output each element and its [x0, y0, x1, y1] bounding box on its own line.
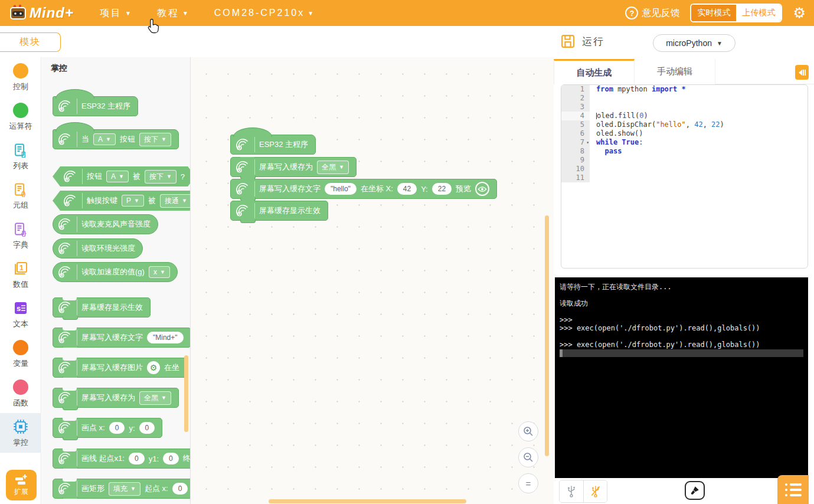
palette-block[interactable]: 屏幕缓存显示生效: [53, 297, 151, 318]
block-value-input[interactable]: 22: [432, 183, 452, 195]
code-token: oled.show(): [596, 129, 643, 138]
block-label: y:: [129, 424, 135, 433]
preview-eye-icon[interactable]: [475, 182, 489, 196]
canvas-vertical-scrollbar[interactable]: [545, 215, 549, 456]
palette-block[interactable]: 按钮A▼被按下▼?: [53, 166, 191, 186]
sidebar-item-control[interactable]: 控制: [0, 57, 41, 97]
block-dropdown[interactable]: 全黑▼: [317, 161, 349, 174]
sidebar-item-tuples[interactable]: ()元组: [0, 176, 41, 215]
palette-block[interactable]: ESP32 主程序: [53, 96, 138, 116]
file-system-menu-button[interactable]: [777, 475, 809, 504]
code-content: from mpython import *: [590, 85, 686, 94]
sidebar-item-board[interactable]: 掌控: [0, 413, 41, 453]
terminal-line: >>> exec(open('./dfrobot.py').read(),glo…: [560, 341, 803, 349]
feedback-button[interactable]: ? 意见反馈: [625, 6, 679, 19]
lists-category-icon: []: [12, 142, 29, 158]
palette-block[interactable]: 画矩形填充▼起点 x:0: [53, 479, 191, 499]
block-value-input[interactable]: 42: [397, 183, 417, 195]
line-number: 8: [561, 147, 590, 156]
mindplus-logo[interactable]: Mind+: [8, 4, 74, 22]
code-token: ,: [703, 120, 711, 129]
block-dropdown[interactable]: 按下▼: [145, 170, 176, 184]
terminal-output[interactable]: 请等待一下，正在读取文件目录... 读取成功 >>>>>> exec(open(…: [555, 277, 808, 478]
palette-block[interactable]: 读取环境光强度: [53, 238, 143, 258]
block-value-input[interactable]: 0: [139, 422, 155, 434]
palette-scrollbar[interactable]: [184, 355, 188, 432]
collapse-panel-button[interactable]: [795, 65, 809, 80]
sidebar-item-text[interactable]: s文本: [0, 294, 41, 334]
chevron-down-icon: ▼: [125, 10, 131, 17]
block-label: 被: [133, 171, 140, 182]
menu-label-project: 项目: [100, 7, 122, 19]
gear-icon[interactable]: ⚙: [147, 361, 160, 374]
sidebar-item-number[interactable]: 1数值: [0, 255, 41, 294]
fold-caret-icon[interactable]: ▾: [586, 138, 589, 147]
mpython-hand-icon: [58, 132, 77, 147]
category-label-board: 掌控: [13, 437, 28, 448]
menu-serial-port[interactable]: COM28-CP210x▼: [214, 7, 313, 19]
code-line: 8 pass: [561, 147, 808, 156]
block-dropdown[interactable]: 按下▼: [139, 133, 171, 146]
settings-gear-icon[interactable]: ⚙: [793, 6, 806, 20]
block-value-input[interactable]: 0: [172, 483, 188, 495]
palette-block[interactable]: 触摸按键P▼被接通▼: [53, 191, 191, 211]
menu-project[interactable]: 项目▼: [100, 7, 131, 19]
sidebar-item-lists[interactable]: []列表: [0, 136, 41, 176]
tab-modules[interactable]: 模块: [0, 32, 61, 52]
block-value-input[interactable]: 0: [129, 453, 145, 464]
block-dropdown[interactable]: P▼: [122, 195, 144, 207]
upload-mode-button[interactable]: 上传模式: [736, 5, 781, 21]
block-value-input[interactable]: "hello": [325, 183, 357, 195]
block-dropdown[interactable]: 全黑▼: [139, 391, 171, 405]
palette-block[interactable]: 屏幕写入缓存图片⚙在坐: [53, 358, 187, 378]
palette-block[interactable]: 屏幕写入缓存文字"Mind+": [53, 328, 191, 348]
script-block[interactable]: 屏幕写入缓存文字"hello"在坐标 X:42Y:22预览: [230, 179, 497, 199]
language-select[interactable]: microPython ▼: [653, 34, 735, 52]
palette-block[interactable]: 画线 起点x1:0y1:0终: [53, 449, 191, 469]
block-dropdown[interactable]: A▼: [106, 171, 129, 182]
extensions-button[interactable]: 扩展: [6, 470, 37, 500]
code-token: ,: [686, 120, 694, 129]
palette-block[interactable]: 画点 x:0y:0: [53, 418, 162, 438]
run-button[interactable]: 运行: [582, 35, 604, 48]
sidebar-item-operators[interactable]: 运算符: [0, 97, 41, 136]
zoom-reset-button[interactable]: =: [518, 473, 538, 493]
canvas-horizontal-scrollbar[interactable]: [269, 499, 466, 503]
sidebar-item-dict[interactable]: {}字典: [0, 215, 41, 255]
code-token: [596, 147, 604, 155]
palette-block[interactable]: 读取麦克风声音强度: [53, 214, 158, 234]
zoom-in-button[interactable]: [518, 421, 538, 441]
block-value-input[interactable]: 0: [109, 422, 125, 434]
block-value-input[interactable]: 0: [163, 453, 179, 464]
usb-disconnect-button[interactable]: [583, 480, 607, 502]
clear-terminal-button[interactable]: [685, 481, 705, 500]
palette-block[interactable]: 当A▼按钮按下▼: [53, 129, 179, 149]
sidebar-item-functions[interactable]: 函数: [0, 374, 41, 413]
realtime-mode-button[interactable]: 实时模式: [691, 5, 736, 21]
block-dropdown[interactable]: A▼: [93, 133, 116, 145]
block-value-input[interactable]: "Mind+": [147, 332, 184, 343]
sidebar-item-variables[interactable]: 变量: [0, 334, 41, 374]
palette-row: 读取环境光强度: [53, 238, 143, 258]
block-label: ?: [181, 172, 185, 181]
script-block[interactable]: 屏幕写入缓存为全黑▼: [230, 157, 357, 177]
block-dropdown[interactable]: x▼: [149, 266, 170, 278]
script-block[interactable]: 屏幕缓存显示生效: [230, 201, 328, 221]
code-editor[interactable]: 1from mpython import *234oled.fill(0)5ol…: [561, 84, 808, 269]
chevron-down-icon: ▼: [161, 136, 166, 142]
chevron-down-icon: ▼: [339, 164, 344, 170]
block-dropdown[interactable]: 接通▼: [160, 194, 191, 208]
tab-manual-edit[interactable]: 手动编辑: [635, 59, 715, 84]
script-block[interactable]: ESP32 主程序: [230, 135, 316, 155]
menu-tutorial[interactable]: 教程▼: [157, 7, 188, 19]
usb-connect-button[interactable]: [560, 480, 583, 502]
workspace-canvas[interactable]: ESP32 主程序屏幕写入缓存为全黑▼屏幕写入缓存文字"hello"在坐标 X:…: [191, 57, 554, 504]
terminal-input-line[interactable]: [560, 349, 803, 357]
code-line: 11: [561, 174, 808, 182]
tab-auto-generate[interactable]: 自动生成: [554, 59, 635, 84]
palette-block[interactable]: 读取加速度的值(g)x▼: [53, 262, 178, 282]
zoom-out-button[interactable]: [518, 447, 538, 467]
palette-block[interactable]: 屏幕写入缓存为全黑▼: [53, 388, 179, 408]
block-dropdown[interactable]: 填充▼: [109, 482, 140, 496]
block-label: 屏幕缓存显示生效: [81, 302, 143, 313]
